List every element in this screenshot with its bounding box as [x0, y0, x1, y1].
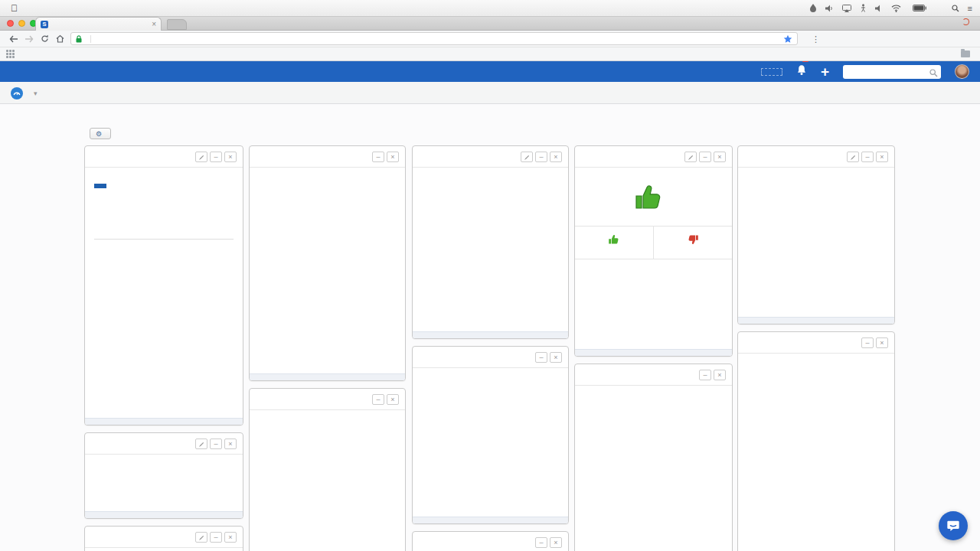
- minimize-widget-button[interactable]: –: [699, 152, 711, 162]
- edit-widget-button[interactable]: [195, 532, 207, 543]
- close-widget-button[interactable]: ×: [714, 370, 726, 380]
- global-search: [843, 64, 941, 79]
- minimize-widget-button[interactable]: –: [535, 537, 547, 548]
- close-widget-button[interactable]: ×: [387, 152, 399, 162]
- thumbs-down-icon: [687, 233, 699, 246]
- widget-changes-by-planned-start: – ×: [84, 432, 243, 519]
- spotlight-search-icon[interactable]: [952, 5, 959, 12]
- window-close-button[interactable]: [7, 20, 14, 27]
- sync-icon: [962, 18, 969, 25]
- module-selector[interactable]: ▾: [11, 82, 38, 104]
- browser-tab-strip: S ×: [0, 17, 980, 31]
- close-widget-button[interactable]: ×: [550, 152, 562, 162]
- browser-profile-chip[interactable]: [962, 18, 972, 25]
- folder-icon: [961, 51, 970, 57]
- widget-service-level-management: – ×: [737, 145, 895, 324]
- forward-button[interactable]: [21, 32, 37, 46]
- minimize-widget-button[interactable]: –: [210, 532, 222, 543]
- widget-other-assets-by-status: – ×: [412, 531, 569, 551]
- thumbs-up-icon: [634, 181, 665, 214]
- edit-widget-button[interactable]: [684, 152, 697, 162]
- screen:  ≡ S ×: [0, 0, 980, 551]
- mac-menu-bar:  ≡: [0, 0, 980, 17]
- padlock-icon: [76, 35, 82, 43]
- user-avatar[interactable]: [955, 64, 969, 79]
- widget-my-active-incidents: – ×: [574, 364, 733, 551]
- close-widget-button[interactable]: ×: [387, 394, 399, 405]
- minimize-widget-button[interactable]: –: [535, 152, 547, 162]
- dashboard-gauge-icon: [11, 87, 23, 99]
- minimize-widget-button[interactable]: –: [210, 439, 222, 449]
- close-widget-button[interactable]: ×: [550, 537, 562, 548]
- incidents-priority-pie-chart[interactable]: [454, 180, 528, 253]
- widget-customer-satisfaction: – ×: [574, 145, 733, 357]
- minimize-widget-button[interactable]: –: [535, 352, 547, 363]
- backup-status-icon[interactable]: [809, 4, 817, 12]
- edit-widget-button[interactable]: [521, 152, 533, 162]
- edit-widget-button[interactable]: [847, 152, 859, 162]
- browser-menu-icon[interactable]: ⋮: [812, 37, 820, 41]
- minimize-widget-button[interactable]: –: [861, 337, 874, 348]
- search-icon[interactable]: [929, 67, 938, 80]
- edit-widget-button[interactable]: [195, 439, 207, 449]
- bookmarks-bar: [0, 47, 980, 61]
- minimize-widget-button[interactable]: –: [861, 152, 874, 162]
- close-widget-button[interactable]: ×: [224, 439, 237, 449]
- browser-toolbar: ⋮: [0, 31, 980, 47]
- apps-grid-icon: [6, 50, 15, 58]
- address-bar[interactable]: [70, 32, 798, 45]
- minimize-widget-button[interactable]: –: [372, 394, 384, 405]
- other-bookmarks[interactable]: [961, 51, 974, 57]
- speaker-icon[interactable]: [875, 5, 883, 12]
- edit-widget-button[interactable]: [195, 152, 207, 162]
- battery-status[interactable]: [910, 5, 926, 11]
- close-widget-button[interactable]: ×: [224, 152, 237, 162]
- volume-icon[interactable]: [825, 5, 834, 12]
- create-new-button[interactable]: +: [821, 65, 829, 79]
- chevron-down-icon: ▾: [34, 90, 38, 97]
- wrench-icon: ⚙: [96, 130, 102, 138]
- close-widget-button[interactable]: ×: [550, 352, 562, 363]
- notifications-button[interactable]: [796, 64, 807, 79]
- airplay-icon[interactable]: [842, 5, 851, 12]
- reload-button[interactable]: [37, 32, 52, 46]
- satisfaction-hero: [575, 181, 732, 214]
- getting-started-button[interactable]: [761, 68, 782, 76]
- close-widget-button[interactable]: ×: [714, 152, 726, 162]
- minimize-widget-button[interactable]: –: [210, 152, 222, 162]
- window-minimize-button[interactable]: [18, 20, 25, 27]
- minimize-widget-button[interactable]: –: [699, 370, 711, 380]
- secure-indicator[interactable]: [76, 35, 91, 43]
- global-search-input[interactable]: [843, 65, 941, 79]
- bell-icon: [796, 64, 807, 76]
- minimize-widget-button[interactable]: –: [372, 152, 384, 162]
- home-button[interactable]: [52, 32, 67, 46]
- samanage-score-badge: [94, 184, 106, 188]
- widget-top-software-categories: – ×: [737, 331, 895, 551]
- wifi-icon[interactable]: [891, 5, 901, 12]
- chat-launcher-button[interactable]: [939, 511, 968, 540]
- computers-status-pie-chart[interactable]: [288, 177, 368, 256]
- thumbs-up-icon: [608, 233, 620, 246]
- apple-menu-icon[interactable]: : [11, 3, 18, 14]
- module-nav: ▾: [0, 82, 980, 104]
- close-widget-button[interactable]: ×: [224, 532, 237, 543]
- chat-bubble-icon: [946, 519, 960, 533]
- no-changes-message: [85, 455, 243, 476]
- bookmark-star-icon[interactable]: [783, 34, 792, 44]
- widget-incidents-by-priority: – ×: [412, 145, 569, 339]
- widget-benchmark: – ×: [84, 145, 243, 425]
- accessibility-icon[interactable]: [860, 4, 867, 12]
- widget-tasks-created-today: – ×: [412, 346, 569, 524]
- new-tab-button[interactable]: [167, 19, 187, 30]
- close-widget-button[interactable]: ×: [876, 337, 888, 348]
- back-button[interactable]: [6, 32, 21, 46]
- satisfaction-summary: [575, 259, 732, 272]
- browser-tab[interactable]: S ×: [35, 17, 162, 31]
- tab-close-icon[interactable]: ×: [152, 21, 156, 28]
- software-categories-bar-chart: [738, 354, 894, 363]
- close-widget-button[interactable]: ×: [876, 152, 888, 162]
- apps-shortcut[interactable]: [6, 50, 18, 58]
- notification-center-icon[interactable]: ≡: [968, 4, 972, 13]
- personalize-button[interactable]: ⚙: [90, 128, 111, 139]
